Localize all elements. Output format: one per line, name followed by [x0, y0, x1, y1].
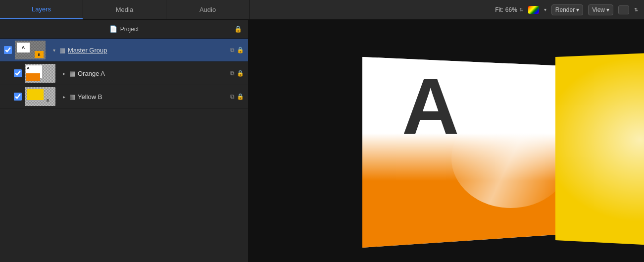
thumb-yellow-b-label: B: [47, 99, 53, 105]
fit-label: Fit:: [495, 6, 503, 13]
layer-checkbox-orange-a[interactable]: [14, 69, 22, 77]
thumb-orange-rect: [26, 73, 40, 81]
svg-point-5: [451, 109, 570, 208]
main-content: 📄 Project 🔒 A B ▾ ▦ Master Group: [0, 20, 644, 262]
color-palette-button[interactable]: [528, 6, 539, 14]
layer-group-icon-orange-a: ▦: [69, 70, 75, 77]
layers-panel: 📄 Project 🔒 A B ▾ ▦ Master Group: [0, 20, 248, 262]
thumb-b-label: B: [35, 51, 44, 58]
fit-value: 66%: [505, 6, 517, 13]
project-header: 📄 Project 🔒: [0, 20, 248, 39]
layer-actions-orange-a: ⧉ 🔒: [230, 70, 244, 77]
project-label: Project: [120, 26, 139, 33]
layer-actions-yellow-b: ⧉ 🔒: [230, 93, 244, 100]
layer-expand-master[interactable]: ▾: [50, 47, 57, 53]
canvas-svg: A B: [248, 20, 644, 262]
layer-group-icon-yellow-b: ▦: [69, 93, 75, 101]
layer-lock-icon-master[interactable]: 🔒: [237, 47, 244, 53]
fit-stepper-icon[interactable]: ⇅: [519, 7, 523, 12]
svg-marker-7: [555, 47, 644, 253]
layer-copy-icon-orange-a[interactable]: ⧉: [230, 70, 235, 77]
project-lock-icon[interactable]: 🔒: [234, 25, 242, 33]
thumb-yellow-rect: [27, 89, 44, 100]
layer-checkbox-master[interactable]: [4, 46, 12, 54]
layer-copy-icon-yellow-b[interactable]: ⧉: [230, 93, 235, 100]
layer-copy-icon-master[interactable]: ⧉: [230, 47, 235, 53]
top-bar: Layers Media Audio Fit: 66% ⇅ ▾ Render ▾…: [0, 0, 644, 20]
layer-name-orange-a: Orange A: [78, 70, 226, 77]
tab-media[interactable]: Media: [83, 0, 166, 19]
layer-expand-yellow-b[interactable]: ▸: [60, 93, 67, 100]
view-button[interactable]: View ▾: [588, 4, 613, 15]
render-chevron-icon: ▾: [576, 6, 579, 13]
layer-checkbox-yellow-b[interactable]: [14, 93, 22, 101]
tab-group: Layers Media Audio: [0, 0, 249, 19]
layer-name-master: Master Group: [68, 47, 226, 54]
layer-row-master-group[interactable]: A B ▾ ▦ Master Group ⧉ 🔒: [0, 39, 248, 62]
tab-audio[interactable]: Audio: [166, 0, 249, 19]
layer-name-yellow-b: Yellow B: [78, 93, 226, 101]
top-bar-right: Fit: 66% ⇅ ▾ Render ▾ View ▾ ⇅: [495, 4, 644, 15]
layers-list: A B ▾ ▦ Master Group ⧉ 🔒 A: [0, 39, 248, 262]
layer-group-icon-master: ▦: [59, 47, 65, 54]
palette-chevron-icon[interactable]: ▾: [544, 7, 546, 12]
layer-thumb-orange-a: A: [25, 64, 55, 83]
fit-control: Fit: 66% ⇅: [495, 6, 523, 13]
layer-row-yellow-b[interactable]: B ▸ ▦ Yellow B ⧉ 🔒: [0, 85, 248, 108]
layer-thumb-yellow-b: B: [25, 87, 55, 106]
layer-row-orange-a[interactable]: A ▸ ▦ Orange A ⧉ 🔒: [0, 62, 248, 85]
svg-text:A: A: [402, 62, 459, 151]
layer-expand-orange-a[interactable]: ▸: [60, 70, 67, 77]
canvas-area: A B: [248, 20, 644, 262]
tab-layers[interactable]: Layers: [0, 0, 83, 19]
project-icon: 📄: [109, 25, 117, 33]
render-button[interactable]: Render ▾: [551, 4, 583, 15]
thumb-a-label: A: [17, 43, 30, 52]
layer-lock-icon-yellow-b[interactable]: 🔒: [237, 93, 244, 100]
layer-actions-master: ⧉ 🔒: [230, 47, 244, 53]
window-layout-button[interactable]: [618, 5, 629, 14]
layer-thumb-master: A B: [15, 41, 46, 59]
view-chevron-icon: ▾: [606, 6, 609, 13]
window-chevron-icon[interactable]: ⇅: [634, 7, 638, 12]
layer-lock-icon-orange-a[interactable]: 🔒: [237, 70, 244, 77]
